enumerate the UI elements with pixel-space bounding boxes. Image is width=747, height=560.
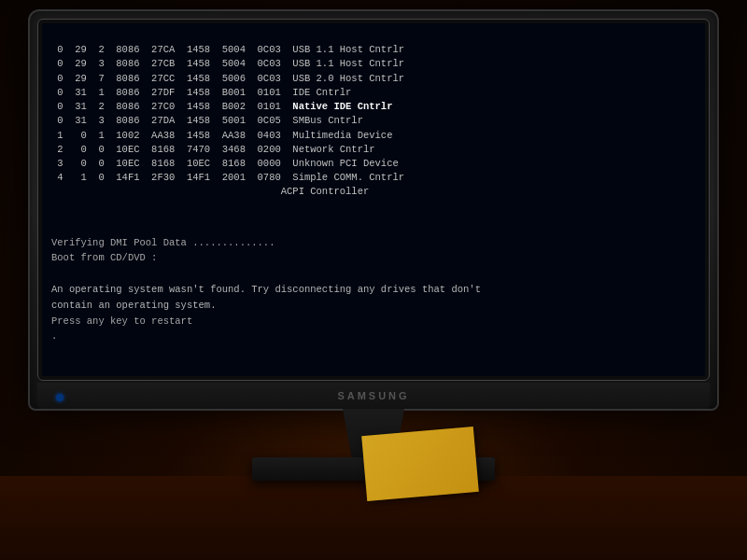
bios-row-9: 3 0 0 10EC 8168 10EC 8168 0000 Unknown P… — [51, 158, 399, 169]
bios-row-4: 0 31 1 8086 27DF 1458 B001 0101 IDE Cntr… — [51, 87, 351, 98]
restart-msg: Press any key to restart — [51, 315, 192, 327]
monitor-screen: 0 29 2 8086 27CA 1458 5004 0C03 USB 1.1 … — [42, 23, 705, 376]
bios-row-acpi: ACPI Controller — [51, 186, 369, 197]
screen-content: 0 29 2 8086 27CA 1458 5004 0C03 USB 1.1 … — [42, 23, 705, 376]
native-highlight: Native IDE Cntrlr — [292, 101, 392, 112]
acpi-label: ACPI Controller — [281, 186, 370, 197]
postit-text — [368, 432, 472, 488]
error-msg-line1: An operating system wasn't found. Try di… — [51, 284, 481, 295]
boot-messages: Verifying DMI Pool Data .............. B… — [51, 219, 696, 360]
monitor-bezel: 0 29 2 8086 27CA 1458 5004 0C03 USB 1.1 … — [37, 19, 710, 381]
monitor-bottom-bezel: SAMSUNG — [37, 383, 710, 409]
bios-row-5: 0 31 2 8086 27C0 1458 B002 0101 Native I… — [51, 101, 392, 112]
bios-row-8: 2 0 0 10EC 8168 7470 3468 0200 Network C… — [51, 144, 375, 155]
boot-cd-msg: Boot from CD/DVD : — [51, 252, 157, 263]
bios-row-3: 0 29 7 8086 27CC 1458 5006 0C03 USB 2.0 … — [51, 73, 404, 84]
bios-table: 0 29 2 8086 27CA 1458 5004 0C03 USB 1.1 … — [51, 29, 696, 214]
bios-row-7: 1 0 1 1002 AA38 1458 AA38 0403 Multimedi… — [51, 130, 392, 141]
monitor-casing: 0 29 2 8086 27CA 1458 5004 0C03 USB 1.1 … — [28, 9, 719, 411]
bios-row-1: 0 29 2 8086 27CA 1458 5004 0C03 USB 1.1 … — [51, 44, 404, 55]
error-msg-line2: contain an operating system. — [51, 300, 216, 311]
cursor-blink: . — [51, 330, 57, 342]
postit-note — [361, 427, 479, 501]
bios-row-2: 0 29 3 8086 27CB 1458 5004 0C03 USB 1.1 … — [51, 58, 404, 69]
bios-row-6: 0 31 3 8086 27DA 1458 5001 0C05 SMBus Cn… — [51, 115, 363, 126]
bios-row-10: 4 1 0 14F1 2F30 14F1 2001 0780 Simple CO… — [51, 172, 404, 183]
power-led — [56, 394, 63, 401]
dmi-pool-msg: Verifying DMI Pool Data .............. — [51, 237, 275, 248]
monitor-brand: SAMSUNG — [337, 390, 409, 401]
